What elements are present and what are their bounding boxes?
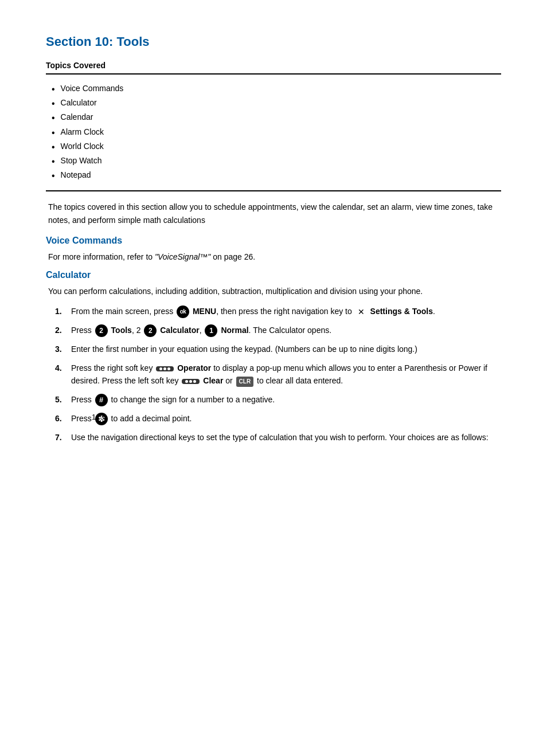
list-item: Notepad bbox=[52, 170, 501, 181]
list-item: Calculator bbox=[52, 98, 501, 109]
calculator-intro: You can perform calculations, including … bbox=[46, 285, 501, 297]
step-2: 2. Press 2 Tools, 2 2 Calculator, 1 Norm… bbox=[55, 324, 501, 337]
intro-text: The topics covered in this section allow… bbox=[46, 201, 501, 226]
divider-top bbox=[46, 73, 501, 75]
section-title: Section 10: Tools bbox=[46, 34, 501, 49]
step-1-num: 1. bbox=[55, 305, 71, 318]
divider-bottom bbox=[46, 190, 501, 191]
step-6-num: 6. bbox=[55, 412, 71, 425]
dots-key-left bbox=[182, 379, 200, 384]
num-2-circle-b: 2 bbox=[144, 324, 157, 337]
calculator-steps: 1. From the main screen, press ok MENU, … bbox=[46, 305, 501, 444]
list-item: Calendar bbox=[52, 112, 501, 123]
dots-key-right bbox=[156, 366, 174, 371]
step-2-content: Press 2 Tools, 2 2 Calculator, 1 Normal.… bbox=[71, 324, 501, 337]
step-1-content: From the main screen, press ok MENU, the… bbox=[71, 305, 501, 318]
hash-icon: # bbox=[95, 394, 108, 406]
step-5: 5. Press # to change the sign for a numb… bbox=[55, 393, 501, 406]
list-item: World Clock bbox=[52, 142, 501, 152]
step-1: 1. From the main screen, press ok MENU, … bbox=[55, 305, 501, 318]
step-7-content: Use the navigation directional keys to s… bbox=[71, 431, 501, 444]
list-item: Alarm Clock bbox=[52, 127, 501, 138]
step-3: 3. Enter the first number in your equati… bbox=[55, 343, 501, 355]
topics-covered-label: Topics Covered bbox=[46, 61, 501, 70]
step-2-num: 2. bbox=[55, 324, 71, 336]
voice-commands-section: Voice Commands For more information, ref… bbox=[46, 236, 501, 263]
voice-commands-text: For more information, refer to "VoiceSig… bbox=[46, 250, 501, 263]
step-6: 6. Press ✱ to add a decimal point. bbox=[55, 412, 501, 425]
calculator-section: Calculator You can perform calculations,… bbox=[46, 270, 501, 444]
voice-commands-title: Voice Commands bbox=[46, 236, 501, 246]
step-3-content: Enter the first number in your equation … bbox=[71, 343, 501, 355]
step-7: 7. Use the navigation directional keys t… bbox=[55, 431, 501, 444]
step-4-content: Press the right soft key Operator to dis… bbox=[71, 362, 501, 387]
clr-key: CLR bbox=[236, 377, 254, 387]
step-4-num: 4. bbox=[55, 362, 71, 374]
step-3-num: 3. bbox=[55, 343, 71, 355]
num-1-circle: 1 bbox=[205, 324, 217, 337]
step-7-num: 7. bbox=[55, 431, 71, 444]
ok-icon: ok bbox=[177, 305, 189, 318]
topics-list: Voice Commands Calculator Calendar Alarm… bbox=[46, 84, 501, 181]
step-6-content: Press ✱ to add a decimal point. bbox=[71, 412, 501, 425]
step-5-num: 5. bbox=[55, 393, 71, 406]
step-5-content: Press # to change the sign for a number … bbox=[71, 393, 501, 406]
list-item: Voice Commands bbox=[52, 84, 501, 95]
calculator-title: Calculator bbox=[46, 270, 501, 280]
list-item: Stop Watch bbox=[52, 156, 501, 167]
num-2-circle-a: 2 bbox=[95, 324, 108, 337]
page-number: 113 bbox=[92, 413, 104, 421]
settings-tools-icon: ✕ bbox=[355, 306, 367, 318]
step-4: 4. Press the right soft key Operator to … bbox=[55, 362, 501, 387]
